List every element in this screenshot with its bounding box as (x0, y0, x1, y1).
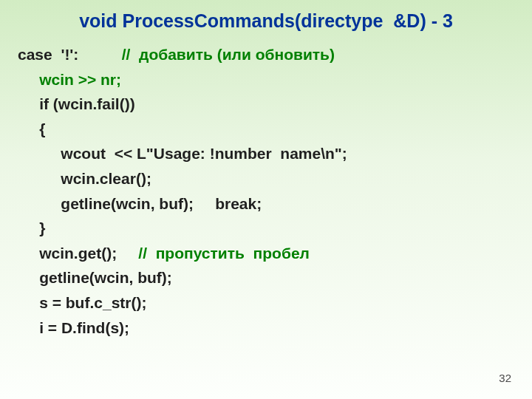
slide: void ProcessCommands(directype &D) - 3 c… (0, 0, 532, 399)
code-line: s = buf.c_str(); (18, 290, 514, 316)
code-comment: // добавить (или обновить) (122, 46, 335, 63)
code-line: wcout << L"Usage: !number name\n"; (18, 141, 514, 166)
code-line: wcin.clear(); (18, 166, 514, 191)
code-line: if (wcin.fail()) (18, 92, 514, 117)
code-line: wcin >> nr; (18, 67, 514, 92)
code-line: i = D.find(s); (18, 316, 514, 341)
slide-title: void ProcessCommands(directype &D) - 3 (18, 10, 514, 32)
page-number: 32 (499, 372, 511, 384)
code-text: case '!': (18, 46, 122, 63)
code-line: { (18, 117, 514, 142)
code-comment: // пропустить пробел (138, 245, 310, 262)
code-line: case '!': // добавить (или обновить) (18, 42, 514, 67)
code-line: getline(wcin, buf); (18, 265, 514, 290)
code-line: wcin.get(); // пропустить пробел (18, 241, 514, 266)
code-text: wcin.get(); (18, 245, 138, 262)
code-block: case '!': // добавить (или обновить) wci… (18, 42, 514, 340)
code-line: getline(wcin, buf); break; (18, 191, 514, 216)
code-line: } (18, 216, 514, 241)
